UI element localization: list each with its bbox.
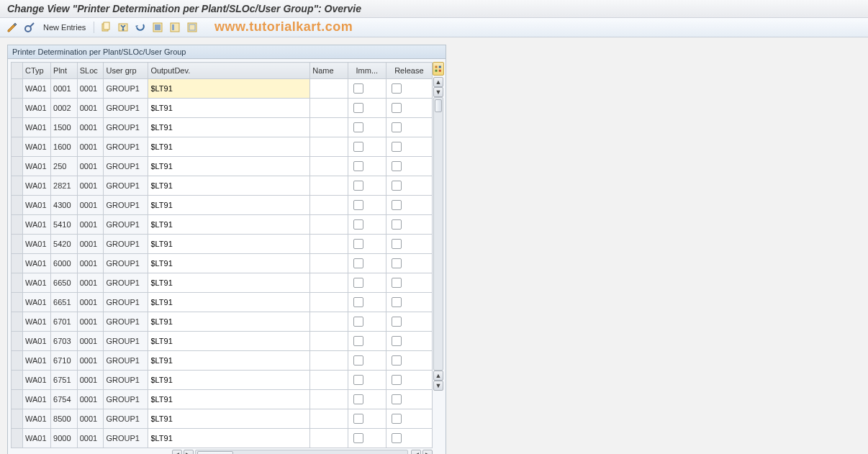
- cell-outputdev[interactable]: [148, 332, 310, 351]
- cell-outputdev[interactable]: [148, 254, 310, 273]
- outputdev-input[interactable]: [150, 162, 307, 171]
- imm-checkbox[interactable]: [353, 142, 363, 152]
- outputdev-input[interactable]: [150, 298, 307, 307]
- release-checkbox[interactable]: [392, 278, 402, 288]
- col-release[interactable]: Release: [386, 63, 432, 79]
- deselect-all-icon[interactable]: [186, 21, 199, 34]
- col-imm[interactable]: Imm...: [348, 63, 386, 79]
- undo-change-icon[interactable]: [134, 21, 147, 34]
- hscroll-left-button[interactable]: ◀: [172, 450, 182, 454]
- imm-checkbox[interactable]: [353, 83, 363, 94]
- row-selector[interactable]: [12, 254, 23, 273]
- cell-name[interactable]: [310, 79, 348, 99]
- imm-checkbox[interactable]: [353, 297, 363, 307]
- imm-checkbox[interactable]: [353, 181, 363, 191]
- hscroll-thumb[interactable]: [197, 451, 233, 454]
- row-selector[interactable]: [12, 196, 23, 215]
- outputdev-input[interactable]: [150, 259, 307, 268]
- cell-outputdev[interactable]: [148, 235, 310, 254]
- select-block-icon[interactable]: [168, 21, 181, 34]
- cell-name[interactable]: [310, 429, 348, 448]
- cell-name[interactable]: [310, 371, 348, 390]
- col-name[interactable]: Name: [310, 63, 348, 79]
- release-checkbox[interactable]: [392, 181, 402, 191]
- outputdev-input[interactable]: [150, 356, 307, 365]
- row-selector[interactable]: [12, 137, 23, 157]
- cell-outputdev[interactable]: [148, 157, 310, 176]
- release-checkbox[interactable]: [392, 103, 402, 113]
- row-selector[interactable]: [12, 99, 23, 118]
- row-selector[interactable]: [12, 351, 23, 371]
- release-checkbox[interactable]: [392, 317, 402, 327]
- release-checkbox[interactable]: [392, 122, 402, 132]
- outputdev-input[interactable]: [150, 84, 307, 93]
- release-checkbox[interactable]: [392, 219, 402, 230]
- vscroll-up-button[interactable]: ▲: [433, 77, 443, 87]
- col-select-all[interactable]: [12, 63, 23, 79]
- col-usergrp[interactable]: User grp: [104, 63, 148, 79]
- outputdev-input[interactable]: [150, 201, 307, 209]
- cell-outputdev[interactable]: [148, 429, 310, 448]
- cell-name[interactable]: [310, 176, 348, 196]
- cell-name[interactable]: [310, 332, 348, 351]
- cell-outputdev[interactable]: [148, 99, 310, 118]
- release-checkbox[interactable]: [392, 336, 402, 346]
- cell-outputdev[interactable]: [148, 371, 310, 390]
- cell-name[interactable]: [310, 351, 348, 371]
- row-selector[interactable]: [12, 176, 23, 196]
- cell-name[interactable]: [310, 137, 348, 157]
- imm-checkbox[interactable]: [353, 161, 363, 171]
- row-selector[interactable]: [12, 390, 23, 409]
- cell-outputdev[interactable]: [148, 293, 310, 312]
- cell-name[interactable]: [310, 118, 348, 137]
- row-selector[interactable]: [12, 371, 23, 390]
- outputdev-input[interactable]: [150, 317, 307, 326]
- imm-checkbox[interactable]: [353, 414, 363, 424]
- imm-checkbox[interactable]: [353, 375, 363, 385]
- cell-name[interactable]: [310, 293, 348, 312]
- row-selector[interactable]: [12, 215, 23, 235]
- release-checkbox[interactable]: [392, 297, 402, 307]
- delete-icon[interactable]: [117, 21, 130, 34]
- cell-outputdev[interactable]: [148, 409, 310, 429]
- imm-checkbox[interactable]: [353, 355, 363, 366]
- outputdev-input[interactable]: [150, 278, 307, 287]
- release-checkbox[interactable]: [392, 83, 402, 94]
- outputdev-input[interactable]: [150, 123, 307, 132]
- cell-outputdev[interactable]: [148, 137, 310, 157]
- cell-name[interactable]: [310, 273, 348, 293]
- row-selector[interactable]: [12, 429, 23, 448]
- outputdev-input[interactable]: [150, 395, 307, 404]
- row-selector[interactable]: [12, 273, 23, 293]
- hscroll-right-button[interactable]: ▶: [184, 450, 194, 454]
- imm-checkbox[interactable]: [353, 336, 363, 346]
- cell-name[interactable]: [310, 312, 348, 332]
- col-ctyp[interactable]: CTyp: [23, 63, 51, 79]
- imm-checkbox[interactable]: [353, 433, 363, 443]
- other-view-icon[interactable]: [23, 21, 36, 34]
- imm-checkbox[interactable]: [353, 200, 363, 210]
- row-selector[interactable]: [12, 293, 23, 312]
- hscroll-first-button[interactable]: ◀: [411, 450, 421, 454]
- outputdev-input[interactable]: [150, 181, 307, 190]
- outputdev-input[interactable]: [150, 240, 307, 248]
- row-selector[interactable]: [12, 118, 23, 137]
- imm-checkbox[interactable]: [353, 219, 363, 230]
- hscroll-track[interactable]: [195, 450, 409, 454]
- release-checkbox[interactable]: [392, 433, 402, 443]
- outputdev-input[interactable]: [150, 220, 307, 229]
- release-checkbox[interactable]: [392, 414, 402, 424]
- row-selector[interactable]: [12, 79, 23, 99]
- outputdev-input[interactable]: [150, 337, 307, 345]
- row-selector[interactable]: [12, 332, 23, 351]
- hscroll-last-button[interactable]: ▶: [422, 450, 433, 454]
- outputdev-input[interactable]: [150, 142, 307, 151]
- release-checkbox[interactable]: [392, 239, 402, 249]
- imm-checkbox[interactable]: [353, 394, 363, 404]
- imm-checkbox[interactable]: [353, 103, 363, 113]
- imm-checkbox[interactable]: [353, 122, 363, 132]
- cell-name[interactable]: [310, 99, 348, 118]
- cell-outputdev[interactable]: [148, 196, 310, 215]
- imm-checkbox[interactable]: [353, 258, 363, 268]
- row-selector[interactable]: [12, 409, 23, 429]
